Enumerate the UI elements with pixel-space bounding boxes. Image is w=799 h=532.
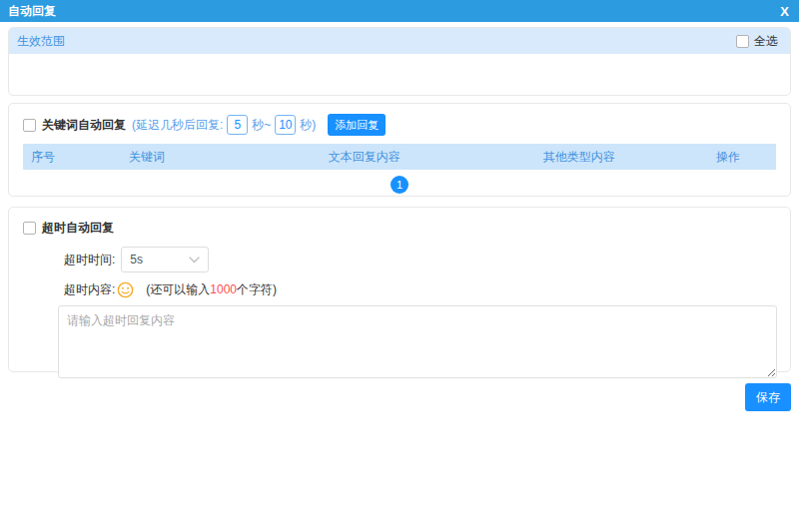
- column-header-other-content: 其他类型内容: [535, 149, 708, 166]
- timeout-reply-checkbox[interactable]: [23, 222, 36, 235]
- select-all-label: 全选: [754, 33, 778, 50]
- timeout-reply-label: 超时自动回复: [42, 220, 114, 237]
- keyword-reply-section: 关键词自动回复 (延迟几秒后回复: 秒~ 秒) 添加回复 序号 关键词 文本回复…: [8, 103, 791, 197]
- scope-section: 生效范围 全选: [8, 27, 791, 96]
- timeout-content-row: 超时内容: (还可以输入1000个字符): [64, 280, 776, 298]
- add-reply-button[interactable]: 添加回复: [328, 114, 386, 136]
- column-header-actions: 操作: [708, 149, 776, 166]
- dialog-titlebar: 自动回复 X: [0, 0, 799, 22]
- emoji-picker-icon[interactable]: [117, 281, 134, 298]
- keyword-reply-label: 关键词自动回复: [42, 117, 126, 134]
- timeout-duration-label: 超时时间:: [64, 252, 115, 268]
- page-1-button[interactable]: 1: [391, 176, 408, 194]
- keyword-table-header: 序号 关键词 文本回复内容 其他类型内容 操作: [23, 144, 776, 170]
- timeout-content-textarea[interactable]: [58, 305, 777, 378]
- select-all-checkbox[interactable]: [736, 35, 749, 48]
- timeout-duration-select[interactable]: 5s: [121, 247, 209, 272]
- keyword-reply-checkbox[interactable]: [23, 119, 36, 132]
- timeout-duration-value: 5s: [130, 253, 143, 266]
- timeout-content-label: 超时内容:: [64, 281, 115, 298]
- scope-section-header: 生效范围 全选: [9, 28, 790, 54]
- delay-max-input[interactable]: [275, 115, 296, 135]
- timeout-reply-section: 超时自动回复 超时时间: 5s 超时内容: (还可以输入1000个字符: [8, 207, 791, 372]
- column-header-keyword: 关键词: [121, 149, 321, 166]
- select-all-control[interactable]: 全选: [736, 33, 778, 50]
- timeout-reply-controls: 超时自动回复: [23, 218, 776, 238]
- char-counter-suffix: 个字符): [237, 282, 277, 296]
- chevron-down-icon: [189, 257, 200, 264]
- delay-min-input[interactable]: [227, 115, 248, 135]
- dialog-title: 自动回复: [8, 3, 56, 20]
- delay-hint-between: 秒~: [252, 117, 271, 134]
- column-header-text-content: 文本回复内容: [321, 149, 535, 166]
- char-counter-count: 1000: [210, 282, 237, 296]
- char-counter: (还可以输入1000个字符): [146, 281, 277, 298]
- delay-hint-prefix: (延迟几秒后回复:: [132, 117, 223, 134]
- column-header-index: 序号: [23, 149, 121, 166]
- auto-reply-dialog: 自动回复 X 生效范围 全选 关键词自动回复 (延迟几秒后回复: 秒~ 秒) 添…: [0, 0, 799, 532]
- delay-hint-suffix: 秒): [300, 117, 316, 134]
- pagination: 1: [23, 176, 776, 194]
- timeout-duration-row: 超时时间: 5s: [64, 247, 776, 272]
- scope-section-title: 生效范围: [17, 33, 65, 50]
- save-button[interactable]: 保存: [745, 383, 791, 411]
- char-counter-prefix: (还可以输入: [146, 282, 210, 296]
- keyword-reply-controls: 关键词自动回复 (延迟几秒后回复: 秒~ 秒) 添加回复: [23, 114, 776, 136]
- close-icon[interactable]: X: [780, 5, 789, 18]
